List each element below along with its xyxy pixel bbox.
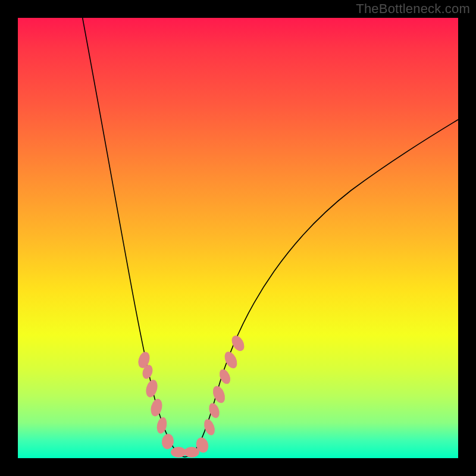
bead-marker <box>184 447 199 458</box>
bottleneck-curve <box>80 18 458 457</box>
bead-marker <box>202 418 217 437</box>
bead-marker <box>144 378 159 399</box>
bead-marker <box>229 333 247 353</box>
bead-marker <box>149 397 164 417</box>
chart-svg <box>18 18 458 458</box>
bead-group <box>136 333 247 458</box>
watermark-text: TheBottleneck.com <box>356 1 470 17</box>
bead-marker <box>155 416 168 435</box>
bead-marker <box>161 433 174 450</box>
bead-marker <box>211 384 227 405</box>
chart-frame <box>18 18 458 458</box>
